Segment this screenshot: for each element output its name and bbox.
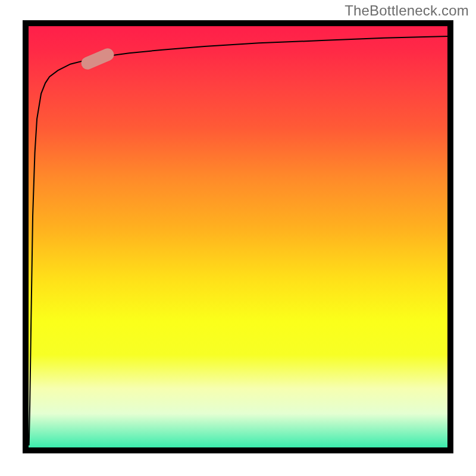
chart-container: TheBottleneck.com	[0, 0, 476, 476]
plot-background	[29, 26, 447, 447]
watermark-text: TheBottleneck.com	[345, 2, 469, 19]
